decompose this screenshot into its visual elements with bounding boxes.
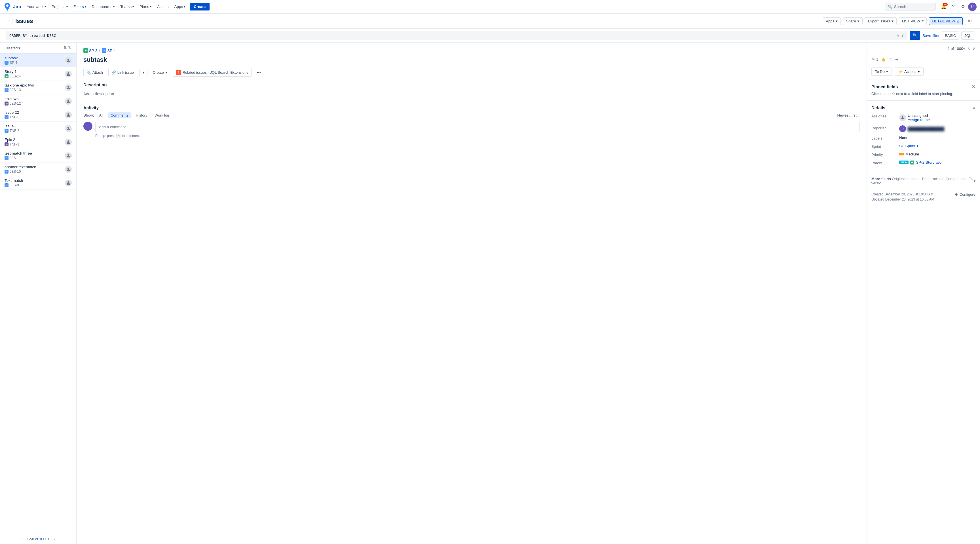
comment-input[interactable]: Add a comment...	[95, 122, 860, 132]
actions-button[interactable]: ⚡ Actions ▾	[895, 67, 924, 76]
vote-button[interactable]: 👍	[881, 57, 886, 62]
more-fields-toggle[interactable]: More fields Original estimate, Time trac…	[872, 177, 975, 185]
chevron-down-icon: ▾	[18, 46, 21, 50]
nav-your-work[interactable]: Your work ▾	[24, 3, 48, 10]
list-item-content: epic two ⚡ JES-12	[5, 97, 63, 105]
share-button[interactable]: Share ▾	[843, 17, 862, 25]
logo[interactable]: Jira	[3, 3, 21, 11]
svg-point-5	[67, 127, 69, 129]
nav-filters[interactable]: Filters ▾	[71, 3, 89, 10]
list-view-button[interactable]: LIST VIEW ≡	[899, 17, 927, 25]
next-page-button[interactable]: ›	[52, 536, 56, 542]
more-actions-button[interactable]: •••	[254, 68, 264, 76]
list-item-title: another text match	[5, 165, 63, 169]
export-button[interactable]: Export issues ▾	[865, 17, 897, 25]
apps-button[interactable]: Apps ▾	[822, 17, 841, 25]
breadcrumb-parent: ▶ SP-2	[83, 48, 97, 53]
detail-view-button[interactable]: DETAIL VIEW ⊞	[929, 17, 963, 25]
list-item[interactable]: Issue 22 ✓ TNF-3	[0, 108, 76, 122]
watch-button[interactable]: 👁 1	[872, 57, 878, 62]
jql-extensions-button[interactable]: J Related issues - JQL Search Extensions	[173, 68, 251, 76]
list-item[interactable]: subtask ↗ SP-4	[0, 54, 76, 67]
settings-button[interactable]: ⚙	[958, 2, 967, 11]
create-button[interactable]: Create	[190, 3, 210, 11]
task-type-icon: ✓	[5, 129, 8, 133]
sprint-link[interactable]: SP Sprint 1	[899, 144, 918, 148]
help-button[interactable]: ?	[949, 2, 958, 11]
activity-filter-worklog[interactable]: Work log	[152, 112, 171, 118]
list-item-id: ✓ JES-11	[5, 156, 63, 160]
user-icon	[66, 126, 71, 131]
jql-query-text: ORDER BY created DESC	[10, 33, 894, 38]
list-item[interactable]: task one epic two ✓ JES-13	[0, 81, 76, 94]
save-filter-link[interactable]: Save filter	[923, 33, 939, 38]
breadcrumb-current-link[interactable]: SP-4	[107, 48, 116, 53]
sort-order-icon[interactable]: ⇅	[63, 45, 67, 51]
list-item-content: Epic 2 ⚡ TNF-1	[5, 138, 63, 146]
attach-more-button[interactable]: ▾	[139, 68, 148, 76]
list-item[interactable]: Story 1 ▶ JES-14	[0, 67, 76, 81]
prev-issue-button[interactable]: ∧	[967, 46, 970, 51]
close-pinned-fields-button[interactable]: ✕	[972, 84, 975, 89]
reporter-label: Reporter	[872, 126, 897, 130]
refresh-icon[interactable]: ↻	[68, 45, 72, 51]
parent-link[interactable]: SP-2 Story two	[916, 160, 942, 164]
nav-dashboards[interactable]: Dashboards ▾	[90, 3, 117, 10]
labels-label: Labels	[872, 135, 897, 140]
sidebar-toggle[interactable]: ‹	[6, 17, 13, 24]
link-issue-button[interactable]: 🔗 Link issue	[108, 68, 137, 76]
create-child-button[interactable]: Create ▾	[150, 68, 170, 76]
share-button[interactable]: ↗	[888, 57, 891, 62]
sprint-value: SP Sprint 1	[899, 144, 975, 148]
list-item-avatar	[65, 166, 72, 173]
list-item-title: task one epic two	[5, 83, 63, 87]
activity-sort[interactable]: Newest first ↕	[837, 113, 860, 118]
list-item-avatar	[65, 71, 72, 78]
more-options-button[interactable]: •••	[965, 17, 974, 25]
activity-filter-comments[interactable]: Comments	[108, 112, 131, 118]
list-item[interactable]: another text match ✓ JES-10	[0, 162, 76, 176]
help-circle-icon[interactable]: ?	[902, 33, 904, 38]
list-item[interactable]: Text match ✓ JES-9	[0, 176, 76, 190]
search-bar[interactable]: 🔍 Search	[885, 3, 936, 11]
user-avatar[interactable]: U	[968, 3, 977, 11]
configure-button[interactable]: ⚙ Configure	[955, 192, 975, 197]
page-title: Issues	[15, 18, 820, 24]
nav-apps[interactable]: Apps ▾	[172, 3, 188, 10]
detail-pagination: 1 of 1000+ ∧ ∨	[948, 46, 975, 51]
description-input[interactable]: Add a description...	[83, 89, 860, 99]
prev-page-button[interactable]: ‹	[20, 536, 24, 542]
user-icon	[66, 167, 71, 172]
user-icon	[66, 58, 71, 63]
priority-value: Medium	[899, 152, 975, 156]
sort-label[interactable]: Created ▾	[5, 46, 21, 50]
nav-plans[interactable]: Plans ▾	[137, 3, 154, 10]
nav-projects[interactable]: Projects ▾	[49, 3, 70, 10]
jql-search-button[interactable]: 🔍	[910, 31, 920, 40]
paperclip-icon: 📎	[86, 70, 91, 75]
status-button[interactable]: To Do ▾	[872, 67, 892, 76]
nav-assets[interactable]: Assets	[155, 3, 171, 10]
jql-mode-button[interactable]: JQL	[961, 32, 974, 40]
list-item[interactable]: Issue 1 ✓ TNF-2	[0, 122, 76, 135]
chevron-down-icon: ▾	[113, 5, 115, 8]
activity-filter-all[interactable]: All	[97, 112, 105, 118]
nav-teams[interactable]: Teams ▾	[118, 3, 136, 10]
pro-tip: Pro tip: press M to comment	[83, 134, 860, 138]
more-options-button[interactable]: •••	[894, 57, 898, 62]
notifications-button[interactable]: 🔔 9+	[939, 2, 948, 11]
list-item-avatar	[65, 84, 72, 91]
subtask-type-icon: ↗	[5, 61, 8, 65]
next-issue-button[interactable]: ∨	[972, 46, 975, 51]
list-item[interactable]: epic two ⚡ JES-12	[0, 94, 76, 108]
list-item[interactable]: test match three ✓ JES-11	[0, 149, 76, 162]
assign-to-me-link[interactable]: Assign to me	[908, 118, 930, 122]
attach-button[interactable]: 📎 Attach	[83, 68, 106, 76]
activity-filter-history[interactable]: History	[134, 112, 150, 118]
breadcrumb-parent-link[interactable]: SP-2	[89, 48, 97, 53]
basic-mode-button[interactable]: BASIC	[942, 32, 959, 40]
jql-input[interactable]: ORDER BY created DESC ✎ ?	[6, 31, 907, 40]
edit-icon[interactable]: ✎	[897, 33, 899, 38]
list-item[interactable]: Epic 2 ⚡ TNF-1	[0, 135, 76, 149]
details-section-header[interactable]: Details ∧	[872, 105, 975, 110]
